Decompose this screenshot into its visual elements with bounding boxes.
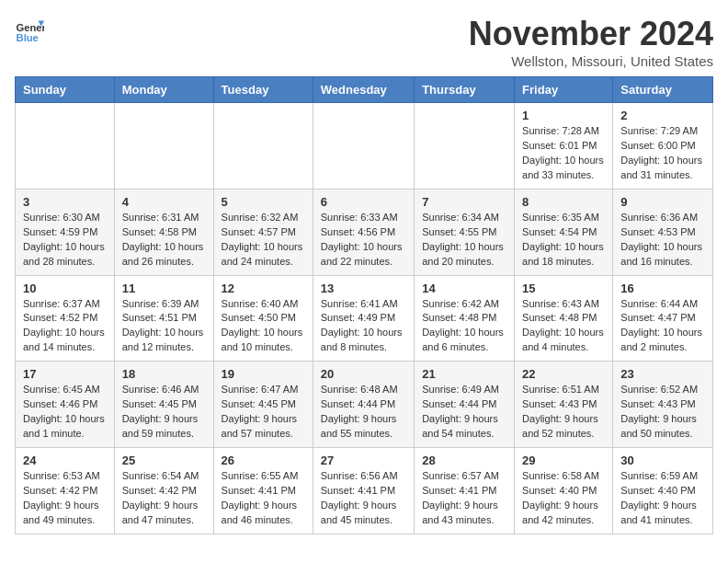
day-cell: 11Sunrise: 6:39 AM Sunset: 4:51 PM Dayli… xyxy=(114,275,213,362)
day-cell: 12Sunrise: 6:40 AM Sunset: 4:50 PM Dayli… xyxy=(213,275,313,362)
week-row-3: 10Sunrise: 6:37 AM Sunset: 4:52 PM Dayli… xyxy=(16,275,713,362)
day-cell: 13Sunrise: 6:41 AM Sunset: 4:49 PM Dayli… xyxy=(313,275,414,362)
header: General Blue November 2024 Wellston, Mis… xyxy=(15,15,713,69)
day-number: 30 xyxy=(620,454,705,467)
day-cell: 19Sunrise: 6:47 AM Sunset: 4:45 PM Dayli… xyxy=(213,362,313,448)
day-cell xyxy=(313,103,414,190)
day-info: Sunrise: 7:29 AM Sunset: 6:00 PM Dayligh… xyxy=(620,124,705,183)
week-row-4: 17Sunrise: 6:45 AM Sunset: 4:46 PM Dayli… xyxy=(16,362,713,448)
day-cell: 29Sunrise: 6:58 AM Sunset: 4:40 PM Dayli… xyxy=(515,448,613,534)
day-info: Sunrise: 6:55 AM Sunset: 4:41 PM Dayligh… xyxy=(222,469,305,528)
day-number: 12 xyxy=(222,282,305,295)
day-cell: 21Sunrise: 6:49 AM Sunset: 4:44 PM Dayli… xyxy=(415,362,515,448)
day-info: Sunrise: 6:30 AM Sunset: 4:59 PM Dayligh… xyxy=(23,211,107,270)
day-info: Sunrise: 6:36 AM Sunset: 4:53 PM Dayligh… xyxy=(620,211,705,270)
logo-icon: General Blue xyxy=(15,15,44,44)
day-number: 4 xyxy=(122,195,206,209)
day-number: 7 xyxy=(422,195,506,209)
day-cell: 6Sunrise: 6:33 AM Sunset: 4:56 PM Daylig… xyxy=(313,189,414,275)
col-header-friday: Friday xyxy=(515,77,613,103)
day-cell xyxy=(16,103,115,190)
day-info: Sunrise: 6:44 AM Sunset: 4:47 PM Dayligh… xyxy=(620,297,705,356)
day-info: Sunrise: 6:54 AM Sunset: 4:42 PM Dayligh… xyxy=(122,469,206,528)
day-info: Sunrise: 6:57 AM Sunset: 4:41 PM Dayligh… xyxy=(422,469,506,528)
day-number: 5 xyxy=(222,195,305,209)
day-number: 14 xyxy=(422,282,506,295)
day-cell: 3Sunrise: 6:30 AM Sunset: 4:59 PM Daylig… xyxy=(16,189,115,275)
day-number: 9 xyxy=(620,195,705,209)
day-cell: 10Sunrise: 6:37 AM Sunset: 4:52 PM Dayli… xyxy=(16,275,115,362)
day-info: Sunrise: 6:53 AM Sunset: 4:42 PM Dayligh… xyxy=(23,469,107,528)
day-number: 28 xyxy=(422,454,506,467)
day-cell: 15Sunrise: 6:43 AM Sunset: 4:48 PM Dayli… xyxy=(515,275,613,362)
day-number: 16 xyxy=(620,282,705,295)
day-info: Sunrise: 6:59 AM Sunset: 4:40 PM Dayligh… xyxy=(620,469,705,528)
day-number: 10 xyxy=(23,282,107,295)
day-info: Sunrise: 6:40 AM Sunset: 4:50 PM Dayligh… xyxy=(222,297,305,356)
day-info: Sunrise: 6:34 AM Sunset: 4:55 PM Dayligh… xyxy=(422,211,506,270)
day-info: Sunrise: 6:48 AM Sunset: 4:44 PM Dayligh… xyxy=(321,383,406,442)
day-info: Sunrise: 6:58 AM Sunset: 4:40 PM Dayligh… xyxy=(522,469,605,528)
day-info: Sunrise: 6:35 AM Sunset: 4:54 PM Dayligh… xyxy=(522,211,605,270)
day-cell: 22Sunrise: 6:51 AM Sunset: 4:43 PM Dayli… xyxy=(515,362,613,448)
col-header-saturday: Saturday xyxy=(613,77,713,103)
day-info: Sunrise: 6:39 AM Sunset: 4:51 PM Dayligh… xyxy=(122,297,206,356)
day-cell: 4Sunrise: 6:31 AM Sunset: 4:58 PM Daylig… xyxy=(114,189,213,275)
day-cell: 28Sunrise: 6:57 AM Sunset: 4:41 PM Dayli… xyxy=(415,448,515,534)
day-number: 29 xyxy=(522,454,605,467)
day-cell: 16Sunrise: 6:44 AM Sunset: 4:47 PM Dayli… xyxy=(613,275,713,362)
day-info: Sunrise: 6:31 AM Sunset: 4:58 PM Dayligh… xyxy=(122,211,206,270)
day-cell: 18Sunrise: 6:46 AM Sunset: 4:45 PM Dayli… xyxy=(114,362,213,448)
col-header-monday: Monday xyxy=(114,77,213,103)
week-row-5: 24Sunrise: 6:53 AM Sunset: 4:42 PM Dayli… xyxy=(16,448,713,534)
day-cell xyxy=(114,103,213,190)
day-cell: 20Sunrise: 6:48 AM Sunset: 4:44 PM Dayli… xyxy=(313,362,414,448)
day-info: Sunrise: 6:52 AM Sunset: 4:43 PM Dayligh… xyxy=(620,383,705,442)
day-number: 2 xyxy=(620,109,705,122)
day-info: Sunrise: 7:28 AM Sunset: 6:01 PM Dayligh… xyxy=(522,124,605,183)
day-number: 18 xyxy=(122,367,206,381)
day-number: 13 xyxy=(321,282,406,295)
day-cell: 14Sunrise: 6:42 AM Sunset: 4:48 PM Dayli… xyxy=(415,275,515,362)
day-cell xyxy=(213,103,313,190)
day-info: Sunrise: 6:41 AM Sunset: 4:49 PM Dayligh… xyxy=(321,297,406,356)
day-number: 6 xyxy=(321,195,406,209)
svg-text:Blue: Blue xyxy=(17,32,39,43)
day-cell: 26Sunrise: 6:55 AM Sunset: 4:41 PM Dayli… xyxy=(213,448,313,534)
day-cell: 17Sunrise: 6:45 AM Sunset: 4:46 PM Dayli… xyxy=(16,362,115,448)
day-info: Sunrise: 6:42 AM Sunset: 4:48 PM Dayligh… xyxy=(422,297,506,356)
day-number: 24 xyxy=(23,454,107,467)
logo: General Blue xyxy=(15,15,44,44)
day-number: 15 xyxy=(522,282,605,295)
day-info: Sunrise: 6:49 AM Sunset: 4:44 PM Dayligh… xyxy=(422,383,506,442)
day-info: Sunrise: 6:51 AM Sunset: 4:43 PM Dayligh… xyxy=(522,383,605,442)
day-info: Sunrise: 6:32 AM Sunset: 4:57 PM Dayligh… xyxy=(222,211,305,270)
day-number: 26 xyxy=(222,454,305,467)
day-cell xyxy=(415,103,515,190)
col-header-wednesday: Wednesday xyxy=(313,77,414,103)
month-title: November 2024 xyxy=(469,15,713,53)
day-number: 11 xyxy=(122,282,206,295)
title-area: November 2024 Wellston, Missouri, United… xyxy=(469,15,713,69)
day-number: 17 xyxy=(23,367,107,381)
col-header-tuesday: Tuesday xyxy=(213,77,313,103)
day-info: Sunrise: 6:37 AM Sunset: 4:52 PM Dayligh… xyxy=(23,297,107,356)
day-number: 1 xyxy=(522,109,605,122)
calendar-table: SundayMondayTuesdayWednesdayThursdayFrid… xyxy=(15,76,713,534)
day-number: 25 xyxy=(122,454,206,467)
day-number: 23 xyxy=(620,367,705,381)
day-cell: 25Sunrise: 6:54 AM Sunset: 4:42 PM Dayli… xyxy=(114,448,213,534)
day-info: Sunrise: 6:45 AM Sunset: 4:46 PM Dayligh… xyxy=(23,383,107,442)
day-number: 8 xyxy=(522,195,605,209)
day-cell: 5Sunrise: 6:32 AM Sunset: 4:57 PM Daylig… xyxy=(213,189,313,275)
day-info: Sunrise: 6:56 AM Sunset: 4:41 PM Dayligh… xyxy=(321,469,406,528)
day-cell: 8Sunrise: 6:35 AM Sunset: 4:54 PM Daylig… xyxy=(515,189,613,275)
day-info: Sunrise: 6:33 AM Sunset: 4:56 PM Dayligh… xyxy=(321,211,406,270)
header-row: SundayMondayTuesdayWednesdayThursdayFrid… xyxy=(16,77,713,103)
day-cell: 30Sunrise: 6:59 AM Sunset: 4:40 PM Dayli… xyxy=(613,448,713,534)
location-subtitle: Wellston, Missouri, United States xyxy=(469,53,713,69)
day-number: 21 xyxy=(422,367,506,381)
day-number: 20 xyxy=(321,367,406,381)
week-row-1: 1Sunrise: 7:28 AM Sunset: 6:01 PM Daylig… xyxy=(16,103,713,190)
day-number: 22 xyxy=(522,367,605,381)
